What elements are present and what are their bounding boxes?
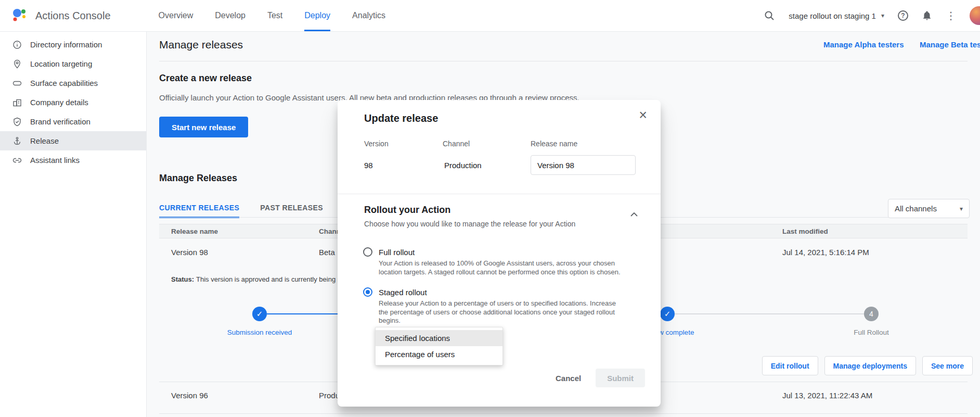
step-full-rollout-icon: 4	[864, 307, 879, 321]
menu-item-percentage-of-users[interactable]: Percentage of users	[376, 346, 502, 362]
staged-rollout-radio[interactable]	[363, 287, 372, 297]
nav-item-analytics[interactable]: Analytics	[352, 0, 385, 31]
full-rollout-description: Your Action is released to 100% of Googl…	[379, 259, 625, 276]
start-new-release-button[interactable]: Start new release	[159, 117, 248, 137]
sidebar-item-directory-information[interactable]: Directory information	[0, 35, 146, 54]
version-label: Version	[364, 140, 389, 148]
chevron-up-icon[interactable]	[630, 209, 638, 218]
info-icon	[12, 40, 22, 49]
row-divider	[159, 413, 968, 414]
caret-down-icon: ▾	[881, 12, 884, 19]
sidebar-item-surface-capabilities[interactable]: Surface capabilities	[0, 73, 146, 93]
tab-current-releases[interactable]: CURRENT RELEASES	[159, 204, 239, 218]
rollout-type-menu: Specified locations Percentage of users	[375, 327, 503, 365]
see-more-button[interactable]: See more	[922, 356, 973, 375]
nav-item-develop[interactable]: Develop	[215, 0, 246, 31]
check-icon: ✓	[256, 309, 263, 319]
manage-alpha-testers-link[interactable]: Manage Alpha testers	[823, 40, 904, 49]
step-label-submission-received: Submission received	[202, 328, 317, 336]
project-selector-value: stage rollout on staging 1	[789, 11, 876, 20]
release-name-label: Release name	[531, 140, 577, 148]
user-avatar[interactable]	[970, 6, 980, 25]
rollout-section-subtitle: Choose how you would like to manage the …	[364, 220, 575, 228]
sidebar-item-label: Location targeting	[30, 59, 92, 68]
step-label-full-rollout: Full Rollout	[814, 328, 929, 336]
full-rollout-radio[interactable]	[363, 247, 372, 257]
help-icon[interactable]: ?	[898, 10, 908, 21]
divider	[338, 194, 661, 194]
dialog-footer: Cancel Submit	[556, 369, 645, 387]
channel-cell: Beta	[319, 248, 335, 257]
header-actions: stage rollout on staging 1 ▾ ? ⋮	[764, 6, 980, 25]
release-tabs: CURRENT RELEASES PAST RELEASES	[159, 204, 323, 218]
status-label: Status:	[171, 275, 194, 283]
sidebar-item-label: Assistant links	[30, 156, 80, 165]
step-number: 4	[869, 310, 873, 318]
status-text: This version is approved and is currentl…	[196, 275, 341, 283]
last-modified-cell: Jul 13, 2021, 11:22:43 AM	[782, 391, 872, 400]
sidebar-item-brand-verification[interactable]: Brand verification	[0, 112, 146, 131]
nav-item-deploy[interactable]: Deploy	[304, 0, 330, 31]
release-name-input[interactable]	[531, 155, 636, 175]
check-icon: ✓	[664, 309, 671, 319]
sidebar: Directory information Location targeting…	[0, 32, 147, 417]
manage-deployments-button[interactable]: Manage deployments	[824, 356, 916, 375]
menu-item-specified-locations[interactable]: Specified locations	[376, 330, 502, 346]
link-icon	[12, 156, 22, 165]
manage-beta-testers-link[interactable]: Manage Beta testers	[920, 40, 980, 49]
channel-filter-value: All channels	[895, 204, 937, 213]
actions-console-app: Actions Console Overview Develop Test De…	[0, 0, 980, 417]
step-submission-received-icon: ✓	[252, 307, 267, 321]
app-title: Actions Console	[35, 10, 111, 22]
nav-item-overview[interactable]: Overview	[159, 0, 194, 31]
sidebar-item-label: Brand verification	[30, 117, 91, 126]
release-actions: Edit rollout Manage deployments See more	[762, 356, 973, 375]
version-value: 98	[364, 161, 373, 170]
location-pin-icon	[12, 59, 22, 69]
main-nav: Overview Develop Test Deploy Analytics	[159, 0, 386, 31]
sidebar-item-company-details[interactable]: Company details	[0, 93, 146, 112]
full-rollout-label[interactable]: Full rollout	[379, 248, 415, 257]
shield-check-icon	[12, 117, 22, 127]
top-app-bar: Actions Console Overview Develop Test De…	[0, 0, 980, 32]
rollout-section-title: Rollout your Action	[364, 205, 450, 216]
last-modified-cell: Jul 14, 2021, 5:16:14 PM	[782, 248, 869, 257]
release-name-cell: Version 96	[171, 391, 208, 400]
notifications-icon[interactable]	[922, 10, 932, 21]
submit-button[interactable]: Submit	[596, 369, 645, 387]
channel-label: Channel	[443, 140, 470, 148]
project-selector[interactable]: stage rollout on staging 1 ▾	[789, 11, 884, 20]
release-name-cell: Version 98	[171, 248, 208, 257]
overflow-menu-icon[interactable]: ⋮	[946, 10, 956, 21]
caret-down-icon: ▾	[960, 205, 963, 212]
dialog-title: Update release	[364, 112, 438, 124]
actions-console-logo-icon	[10, 6, 28, 26]
sidebar-item-label: Directory information	[30, 40, 102, 49]
update-release-dialog: Update release × Version Channel Release…	[338, 100, 661, 407]
capsule-icon	[12, 79, 22, 88]
staged-rollout-description: Release your Action to a percentage of u…	[379, 299, 625, 325]
step-review-complete-icon: ✓	[660, 307, 675, 321]
nav-item-test[interactable]: Test	[267, 0, 282, 31]
close-icon[interactable]: ×	[639, 108, 647, 122]
tab-past-releases[interactable]: PAST RELEASES	[260, 204, 323, 218]
staged-rollout-label[interactable]: Staged rollout	[379, 288, 427, 297]
column-last-modified: Last modified	[782, 228, 828, 235]
create-release-title: Create a new release	[159, 73, 252, 84]
cancel-button[interactable]: Cancel	[556, 374, 581, 383]
channel-filter-select[interactable]: All channels ▾	[888, 199, 970, 218]
page-title: Manage releases	[159, 39, 243, 51]
stepper-line-pending	[675, 313, 864, 314]
column-release-name: Release name	[171, 228, 218, 235]
sidebar-item-label: Surface capabilities	[30, 79, 98, 87]
sidebar-item-location-targeting[interactable]: Location targeting	[0, 54, 146, 73]
release-status: Status:This version is approved and is c…	[171, 275, 341, 283]
sidebar-item-label: Company details	[30, 98, 88, 107]
sidebar-item-assistant-links[interactable]: Assistant links	[0, 150, 146, 170]
search-icon[interactable]	[764, 10, 775, 21]
channel-value: Production	[444, 161, 482, 170]
sidebar-item-label: Release	[30, 136, 59, 145]
divider	[159, 61, 968, 61]
sidebar-item-release[interactable]: Release	[0, 131, 146, 150]
edit-rollout-button[interactable]: Edit rollout	[762, 356, 818, 375]
